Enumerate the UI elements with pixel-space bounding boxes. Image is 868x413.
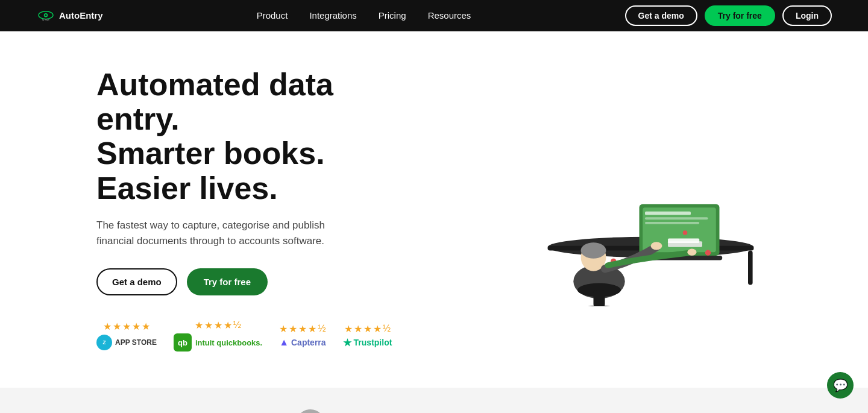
nav-get-demo-button[interactable]: Get a demo: [625, 5, 697, 26]
hero-title-line2: Smarter books.: [96, 136, 325, 171]
svg-text:by Sage: by Sage: [42, 19, 49, 21]
hero-get-demo-button[interactable]: Get a demo: [96, 268, 177, 295]
capterra-stars: ★ ★ ★ ★ ½: [279, 323, 326, 335]
logo-name: AutoEntry: [59, 11, 103, 21]
svg-point-2: [45, 14, 47, 16]
svg-point-25: [687, 248, 696, 255]
nav-link-product[interactable]: Product: [257, 10, 288, 20]
trustpilot-stars: ★ ★ ★ ★ ½: [344, 323, 391, 335]
rating-appstore: ★ ★ ★ ★ ★ Z APP STORE: [96, 321, 157, 350]
hero-subtitle: The fastest way to capture, categorise a…: [96, 218, 338, 250]
hero-section: Automated data entry. Smarter books. Eas…: [0, 31, 868, 388]
hero-title: Automated data entry. Smarter books. Eas…: [96, 68, 410, 206]
trustpilot-badge: ★ Trustpilot: [343, 337, 392, 348]
svg-point-16: [582, 305, 617, 306]
nav-link-integrations[interactable]: Integrations: [309, 10, 356, 20]
svg-rect-11: [645, 222, 699, 224]
hero-title-line1: Automated data entry.: [96, 67, 333, 136]
nav-link-pricing[interactable]: Pricing: [379, 10, 406, 20]
svg-rect-10: [645, 217, 708, 219]
svg-point-23: [705, 250, 711, 256]
nav-item-integrations[interactable]: Integrations: [309, 10, 356, 21]
hero-svg: [530, 113, 760, 306]
appstore-icon: Z: [96, 335, 112, 350]
chat-button[interactable]: 💬: [827, 372, 854, 399]
svg-rect-15: [594, 290, 605, 306]
capterra-badge: ▲ Capterra: [279, 337, 326, 348]
nav-item-product[interactable]: Product: [257, 10, 288, 21]
rating-capterra: ★ ★ ★ ★ ½ ▲ Capterra: [279, 323, 326, 348]
hero-illustration: [518, 113, 772, 306]
qb-badge: qb intuit quickbooks.: [174, 333, 262, 352]
ratings-row: ★ ★ ★ ★ ★ Z APP STORE ★ ★ ★ ★ ½: [96, 320, 410, 352]
svg-point-18: [581, 242, 606, 259]
nav-actions: Get a demo Try for free Login: [625, 5, 832, 26]
partner-xero: xero: [296, 409, 325, 413]
logo-icon: by Sage: [36, 10, 55, 22]
hero-try-free-button[interactable]: Try for free: [187, 268, 268, 295]
svg-rect-21: [668, 238, 699, 243]
nav-item-pricing[interactable]: Pricing: [379, 10, 406, 21]
appstore-stars: ★ ★ ★ ★ ★: [103, 321, 150, 332]
nav-try-free-button[interactable]: Try for free: [705, 5, 775, 26]
hero-content: Automated data entry. Smarter books. Eas…: [96, 68, 410, 352]
partners-strip: Sage qb intuit quickbooks. xero ≋FreeAge…: [0, 388, 868, 413]
nav-login-button[interactable]: Login: [782, 5, 832, 26]
qb-icon: qb: [174, 333, 192, 352]
hero-title-line3: Easier lives.: [96, 171, 278, 206]
svg-point-24: [683, 230, 688, 235]
xero-partner-icon: xero: [296, 409, 325, 413]
chat-icon: 💬: [833, 378, 848, 393]
navbar: by Sage AutoEntry Product Integrations P…: [0, 0, 868, 31]
rating-trustpilot: ★ ★ ★ ★ ½ ★ Trustpilot: [343, 323, 392, 348]
rating-quickbooks: ★ ★ ★ ★ ½ qb intuit quickbooks.: [174, 320, 262, 352]
nav-link-resources[interactable]: Resources: [428, 10, 471, 20]
svg-rect-6: [748, 250, 753, 285]
appstore-badge: Z APP STORE: [96, 335, 157, 350]
svg-rect-9: [645, 212, 691, 215]
logo[interactable]: by Sage AutoEntry: [36, 10, 103, 22]
nav-links: Product Integrations Pricing Resources: [257, 10, 471, 21]
qb-stars: ★ ★ ★ ★ ½: [195, 320, 241, 331]
nav-item-resources[interactable]: Resources: [428, 10, 471, 21]
hero-buttons: Get a demo Try for free: [96, 268, 410, 295]
svg-point-19: [651, 242, 662, 250]
